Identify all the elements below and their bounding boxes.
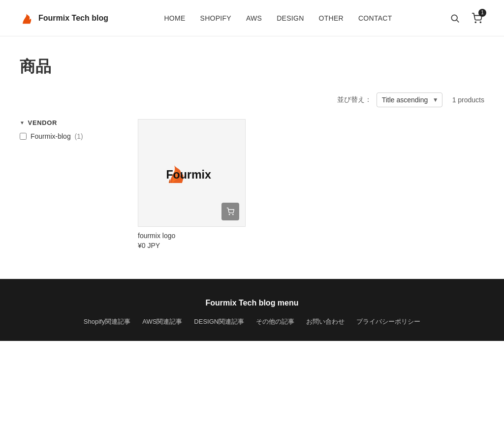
sort-label: 並び替え： (337, 95, 372, 104)
sort-bar: 並び替え： Title ascending ▼ 1 products (20, 92, 484, 107)
search-icon (450, 13, 460, 23)
header-icons: 1 (448, 11, 484, 26)
logo-text: Fourmix Tech blog (38, 14, 108, 23)
main-nav: HOME SHOPIFY AWS DESIGN OTHER CONTACT (164, 14, 392, 22)
vendor-filter-label: VENDOR (28, 119, 58, 126)
svg-line-1 (457, 20, 459, 22)
product-card: Fourmix fourmix logo ¥0 JPY (138, 119, 246, 249)
site-logo[interactable]: Fourmix Tech blog (20, 11, 108, 26)
product-image: Fourmix (155, 136, 229, 211)
sidebar: ▼ VENDOR Fourmix-blog (1) (20, 119, 118, 249)
site-footer: Fourmix Tech blog menu Shopify関連記事 AWS関連… (0, 279, 504, 341)
nav-shopify[interactable]: SHOPIFY (200, 14, 231, 22)
product-image-wrap[interactable]: Fourmix (138, 119, 246, 227)
footer-link-shopify[interactable]: Shopify関連記事 (84, 317, 130, 326)
svg-point-3 (480, 22, 481, 23)
footer-link-contact[interactable]: お問い合わせ (306, 317, 345, 326)
footer-link-aws[interactable]: AWS関連記事 (142, 317, 182, 326)
footer-link-privacy[interactable]: プライバシーポリシー (356, 317, 420, 326)
vendor-label[interactable]: Fourmix-blog (1) (31, 132, 83, 140)
nav-aws[interactable]: AWS (246, 14, 262, 22)
vendor-count: (1) (75, 132, 83, 140)
cart-badge: 1 (478, 9, 486, 17)
cart-button[interactable]: 1 (470, 11, 484, 26)
footer-link-design[interactable]: DESIGN関連記事 (194, 317, 244, 326)
vendor-filter-header[interactable]: ▼ VENDOR (20, 119, 118, 126)
search-button[interactable] (448, 11, 462, 25)
sort-select-wrap: Title ascending ▼ (377, 92, 442, 107)
page-title: 商品 (20, 56, 484, 78)
product-price: ¥0 JPY (138, 242, 246, 249)
svg-point-6 (232, 214, 233, 214)
svg-point-5 (229, 214, 229, 214)
logo-icon (20, 11, 34, 26)
products-grid: Fourmix fourmix logo ¥0 JPY (138, 119, 484, 249)
footer-links: Shopify関連記事 AWS関連記事 DESIGN関連記事 その他の記事 お問… (20, 317, 484, 326)
nav-home[interactable]: HOME (164, 14, 185, 22)
cart-add-icon (226, 208, 234, 215)
main-content: 商品 並び替え： Title ascending ▼ 1 products ▼ … (0, 36, 504, 279)
add-to-cart-button[interactable] (221, 203, 239, 220)
footer-title: Fourmix Tech blog menu (20, 299, 484, 307)
sort-select[interactable]: Title ascending (377, 92, 442, 107)
vendor-name: Fourmix-blog (31, 132, 71, 140)
filter-arrow-icon: ▼ (20, 120, 25, 125)
vendor-filter-item: Fourmix-blog (1) (20, 132, 118, 140)
product-name: fourmix logo (138, 232, 246, 240)
footer-link-other[interactable]: その他の記事 (256, 317, 294, 326)
vendor-filter-group: ▼ VENDOR Fourmix-blog (1) (20, 119, 118, 140)
site-header: Fourmix Tech blog HOME SHOPIFY AWS DESIG… (0, 0, 504, 36)
svg-point-2 (475, 22, 476, 23)
svg-point-0 (451, 15, 457, 21)
content-area: ▼ VENDOR Fourmix-blog (1) (20, 119, 484, 249)
vendor-checkbox[interactable] (20, 133, 27, 140)
nav-contact[interactable]: CONTACT (358, 14, 392, 22)
svg-text:Fourmix: Fourmix (166, 168, 211, 181)
nav-other[interactable]: OTHER (319, 14, 344, 22)
product-count: 1 products (452, 96, 484, 104)
nav-design[interactable]: DESIGN (277, 14, 304, 22)
